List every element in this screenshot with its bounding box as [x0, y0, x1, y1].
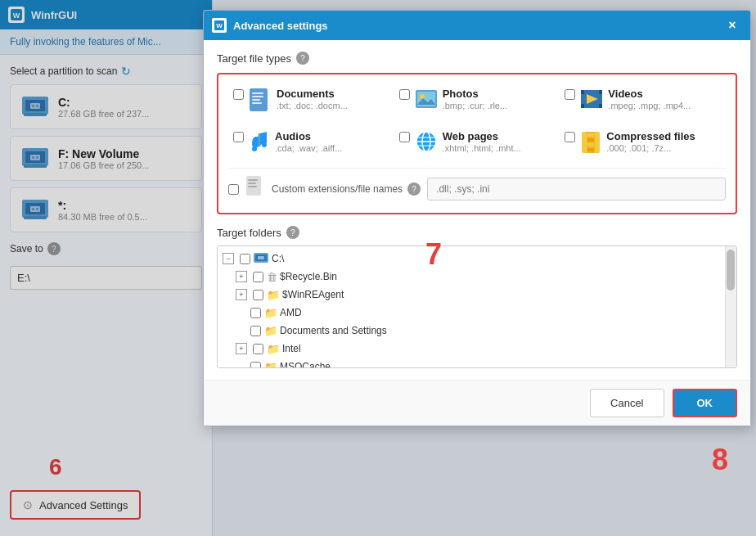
custom-ext-row: Custom extensions/file names ?	[228, 168, 726, 203]
photos-label: Photos .bmp; .cur; .rle...	[443, 88, 507, 110]
folder-tree-container[interactable]: − C:\ + 🗑 $Recyc	[217, 245, 737, 368]
svg-rect-24	[252, 96, 263, 97]
dialog-close-button[interactable]: ×	[722, 16, 742, 35]
target-folders-label: Target folders	[217, 227, 281, 239]
tree-label-amd: AMD	[280, 307, 302, 318]
svg-rect-57	[258, 256, 264, 259]
drive-c-tree-icon	[254, 251, 268, 267]
tree-row-intel[interactable]: + 📁 Intel	[223, 340, 722, 358]
file-type-photos: Photos .bmp; .cur; .rle...	[394, 84, 560, 120]
audios-icon	[249, 130, 270, 158]
tree-checkbox-recycle[interactable]	[253, 272, 263, 282]
svg-point-37	[252, 146, 257, 151]
photos-checkbox[interactable]	[399, 89, 410, 100]
dialog-body: Target file types ?	[204, 40, 750, 380]
tree-row-amd[interactable]: 📁 AMD	[223, 304, 722, 322]
tree-row-recycle[interactable]: + 🗑 $Recycle.Bin	[223, 268, 722, 286]
tree-checkbox-amd[interactable]	[250, 308, 261, 318]
videos-label: Videos .mpeg; .mpg; .mp4...	[608, 88, 691, 110]
step-8-label: 8	[712, 443, 728, 477]
compressed-checkbox[interactable]	[565, 132, 575, 142]
videos-checkbox[interactable]	[565, 89, 575, 100]
recycle-icon: 🗑	[267, 271, 277, 283]
tree-checkbox-intel[interactable]	[253, 344, 263, 354]
tree-checkbox-docsettings[interactable]	[250, 326, 261, 336]
tree-row-winreagent[interactable]: + 📁 $WinREAgent	[223, 286, 722, 304]
tree-row-docsettings[interactable]: 📁 Documents and Settings	[223, 322, 722, 340]
scrollbar-thumb[interactable]	[727, 250, 735, 291]
file-type-documents: Documents .txt; .doc; .docm...	[228, 84, 394, 120]
svg-point-29	[420, 94, 425, 99]
file-types-row-2: Audios .cda; .wav; .aiff...	[228, 127, 726, 161]
scrollbar-track[interactable]	[725, 246, 736, 367]
audios-label: Audios .cda; .wav; .aiff...	[275, 130, 342, 153]
tree-label-msocache: MSOCache	[280, 361, 331, 368]
webpages-icon	[415, 130, 438, 156]
tree-expander-winreagent[interactable]: +	[236, 289, 247, 300]
tree-label-c: C:\	[272, 253, 284, 264]
ok-button[interactable]: OK	[673, 389, 738, 417]
tree-expander-intel[interactable]: +	[236, 343, 247, 354]
svg-rect-26	[252, 102, 262, 104]
custom-ext-help-icon[interactable]: ?	[407, 182, 421, 196]
svg-rect-23	[252, 92, 263, 94]
documents-checkbox[interactable]	[233, 89, 244, 100]
webpages-checkbox[interactable]	[399, 132, 410, 142]
file-type-videos: Videos .mpeg; .mpg; .mp4...	[560, 84, 726, 120]
webpages-label: Web pages .xhtml; .html; .mht...	[443, 130, 521, 153]
file-types-label: Target file types	[217, 52, 291, 65]
svg-rect-36	[599, 104, 602, 108]
tree-checkbox-c[interactable]	[240, 254, 250, 264]
svg-rect-35	[581, 104, 584, 108]
photos-icon	[415, 88, 438, 114]
folder-intel-icon: 📁	[267, 343, 280, 355]
tree-row-c[interactable]: − C:\	[223, 250, 722, 268]
tree-checkbox-msocache[interactable]	[250, 362, 261, 369]
file-types-header: Target file types ?	[217, 52, 737, 65]
file-type-compressed: Compressed files .000; .001; .7z...	[560, 127, 726, 161]
svg-point-38	[262, 142, 267, 147]
dialog-footer: Cancel OK	[204, 380, 750, 426]
file-type-webpages: Web pages .xhtml; .html; .mht...	[394, 127, 560, 161]
step-7-label: 7	[425, 237, 442, 272]
audios-checkbox[interactable]	[233, 132, 244, 142]
file-types-help-icon[interactable]: ?	[296, 52, 309, 65]
svg-rect-53	[248, 182, 256, 184]
svg-rect-34	[599, 90, 602, 94]
cancel-button[interactable]: Cancel	[590, 389, 664, 417]
file-types-grid: Documents .txt; .doc; .docm...	[217, 73, 737, 214]
tree-label-intel: Intel	[282, 343, 301, 354]
folder-tree: − C:\ + 🗑 $Recyc	[218, 246, 736, 368]
svg-rect-25	[252, 99, 260, 101]
dialog-titlebar: W Advanced settings ×	[204, 11, 750, 40]
svg-rect-49	[587, 143, 594, 146]
svg-rect-52	[248, 179, 258, 181]
tree-expander-c[interactable]: −	[223, 253, 234, 264]
svg-rect-48	[587, 138, 594, 142]
svg-rect-47	[587, 133, 594, 137]
tree-label-recycle: $Recycle.Bin	[280, 271, 337, 282]
tree-checkbox-winreagent[interactable]	[253, 290, 263, 300]
folder-msocache-icon: 📁	[264, 361, 277, 369]
custom-ext-label-text: Custom extensions/file names ?	[272, 182, 421, 196]
dialog-title: Advanced settings	[233, 20, 328, 32]
target-folders-header: Target folders ?	[217, 226, 737, 239]
tree-label-winreagent: $WinREAgent	[282, 289, 344, 300]
svg-rect-33	[581, 90, 584, 94]
svg-rect-50	[587, 148, 594, 151]
file-types-row-1: Documents .txt; .doc; .docm...	[228, 84, 726, 120]
folder-winreagent-icon: 📁	[267, 289, 280, 301]
target-folders-help-icon[interactable]: ?	[286, 226, 299, 239]
folder-docsettings-icon: 📁	[264, 325, 277, 337]
documents-icon	[249, 88, 272, 117]
custom-ext-checkbox[interactable]	[228, 184, 239, 195]
tree-expander-recycle[interactable]: +	[236, 271, 247, 282]
tree-row-msocache[interactable]: 📁 MSOCache	[223, 358, 722, 368]
videos-icon	[580, 88, 603, 114]
custom-ext-input[interactable]	[427, 178, 726, 200]
tree-label-docsettings: Documents and Settings	[280, 325, 387, 336]
folder-amd-icon: 📁	[264, 307, 277, 319]
advanced-settings-dialog: W Advanced settings × Target file types …	[203, 10, 751, 426]
custom-file-icon	[245, 175, 265, 203]
compressed-label: Compressed files .000; .001; .7z...	[606, 130, 695, 153]
